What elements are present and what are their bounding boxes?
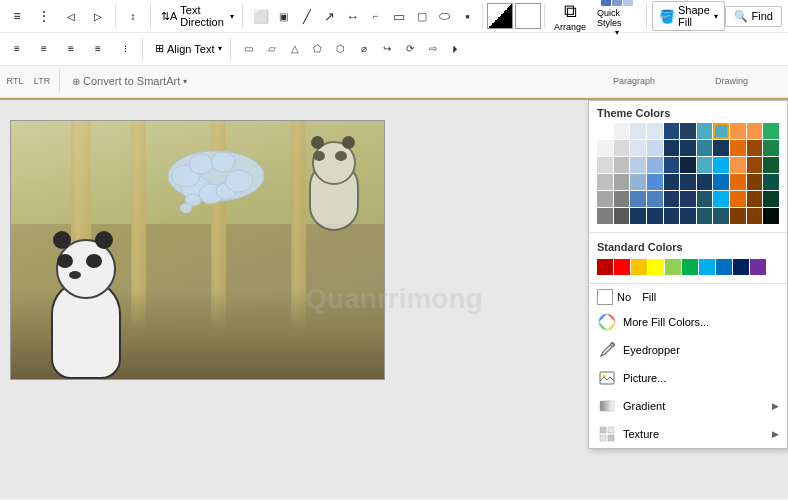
- shape-fill-btn[interactable]: 🪣 Shape Fill ▾: [652, 1, 725, 31]
- color-swatch[interactable]: [647, 140, 663, 156]
- color-swatch[interactable]: [763, 140, 779, 156]
- color-swatch[interactable]: [697, 157, 713, 173]
- color-swatch[interactable]: [713, 191, 729, 207]
- std-color-6[interactable]: [682, 259, 698, 275]
- color-swatch[interactable]: [730, 157, 746, 173]
- oval-btn[interactable]: ⬭: [434, 5, 456, 27]
- texture-item[interactable]: Texture ▶: [589, 420, 787, 448]
- text-box-btn[interactable]: ▣: [273, 5, 295, 27]
- color-swatch[interactable]: [664, 140, 680, 156]
- color-swatch[interactable]: [630, 123, 646, 139]
- color-swatch[interactable]: [680, 208, 696, 224]
- color-swatch[interactable]: [747, 123, 763, 139]
- color-swatch[interactable]: [647, 123, 663, 139]
- color-swatch[interactable]: [597, 123, 613, 139]
- color-swatch[interactable]: [597, 191, 613, 207]
- shape2-7[interactable]: ↪: [376, 38, 398, 60]
- color-swatch[interactable]: [614, 191, 630, 207]
- rounded-rect-btn[interactable]: ▢: [411, 5, 433, 27]
- rectangle-btn[interactable]: ▭: [388, 5, 410, 27]
- color-swatch[interactable]: [747, 191, 763, 207]
- convert-smartart-btn[interactable]: ⊕ Convert to SmartArt ▾: [67, 68, 192, 94]
- std-color-2[interactable]: [614, 259, 630, 275]
- color-swatch[interactable]: [730, 140, 746, 156]
- color-swatch[interactable]: [713, 208, 729, 224]
- color-swatch-selected[interactable]: [713, 123, 729, 139]
- color-swatch[interactable]: [763, 191, 779, 207]
- color-swatch[interactable]: [680, 123, 696, 139]
- color-swatch[interactable]: [597, 157, 613, 173]
- color-swatch[interactable]: [730, 191, 746, 207]
- color-swatch[interactable]: [630, 174, 646, 190]
- shape2-10[interactable]: ⏵: [445, 38, 467, 60]
- bullet-list-btn[interactable]: ≡: [4, 3, 30, 29]
- color-swatch[interactable]: [630, 157, 646, 173]
- align-text-btn[interactable]: ⊞ Align Text ▾: [150, 36, 227, 62]
- color-swatch[interactable]: [763, 208, 779, 224]
- color-swatch[interactable]: [664, 123, 680, 139]
- color-swatch[interactable]: [730, 208, 746, 224]
- shape2-2[interactable]: ▱: [261, 38, 283, 60]
- more-shapes-btn[interactable]: ▪: [457, 5, 479, 27]
- color-swatch[interactable]: [597, 140, 613, 156]
- shape2-6[interactable]: ⌀: [353, 38, 375, 60]
- color-swatch[interactable]: [664, 191, 680, 207]
- std-color-1[interactable]: [597, 259, 613, 275]
- color-swatch[interactable]: [680, 191, 696, 207]
- color-swatch[interactable]: [630, 191, 646, 207]
- rtl-btn[interactable]: RTL: [2, 68, 28, 94]
- std-color-8[interactable]: [716, 259, 732, 275]
- color-swatch[interactable]: [647, 157, 663, 173]
- std-color-5[interactable]: [665, 259, 681, 275]
- color-swatch[interactable]: [614, 123, 630, 139]
- color-swatch[interactable]: [630, 208, 646, 224]
- double-arrow-btn[interactable]: ↔: [342, 5, 364, 27]
- color-swatch[interactable]: [597, 208, 613, 224]
- color-swatch[interactable]: [664, 174, 680, 190]
- color-swatch[interactable]: [647, 174, 663, 190]
- color-swatch[interactable]: [614, 157, 630, 173]
- fill-color-preview[interactable]: [487, 3, 513, 29]
- color-swatch[interactable]: [747, 208, 763, 224]
- color-swatch[interactable]: [680, 157, 696, 173]
- color-swatch[interactable]: [680, 140, 696, 156]
- no-fill-item[interactable]: No Fill: [589, 286, 787, 308]
- std-color-10[interactable]: [750, 259, 766, 275]
- align-left-btn[interactable]: ≡: [4, 36, 30, 62]
- color-swatch[interactable]: [713, 174, 729, 190]
- shape2-3[interactable]: △: [284, 38, 306, 60]
- color-swatch[interactable]: [647, 191, 663, 207]
- find-btn[interactable]: 🔍 Find: [725, 6, 782, 27]
- select-btn[interactable]: ⬜: [250, 5, 272, 27]
- line-color-preview[interactable]: [515, 3, 541, 29]
- color-swatch[interactable]: [697, 191, 713, 207]
- cols-btn[interactable]: ⫶: [112, 36, 138, 62]
- color-swatch[interactable]: [614, 140, 630, 156]
- picture-item[interactable]: Picture...: [589, 364, 787, 392]
- color-swatch[interactable]: [763, 157, 779, 173]
- line-spacing-btn[interactable]: ↕: [120, 3, 146, 29]
- connector-btn[interactable]: ⌐: [365, 5, 387, 27]
- color-swatch[interactable]: [713, 140, 729, 156]
- color-swatch[interactable]: [697, 123, 713, 139]
- color-swatch[interactable]: [680, 174, 696, 190]
- std-color-4[interactable]: [648, 259, 664, 275]
- color-swatch[interactable]: [763, 174, 779, 190]
- shape2-8[interactable]: ⟳: [399, 38, 421, 60]
- color-swatch[interactable]: [697, 140, 713, 156]
- color-swatch[interactable]: [763, 123, 779, 139]
- indent-increase-btn[interactable]: ▷: [85, 3, 111, 29]
- color-swatch[interactable]: [747, 174, 763, 190]
- shape2-4[interactable]: ⬠: [307, 38, 329, 60]
- line-btn[interactable]: ╱: [296, 5, 318, 27]
- color-swatch[interactable]: [747, 157, 763, 173]
- color-swatch[interactable]: [647, 208, 663, 224]
- std-color-3[interactable]: [631, 259, 647, 275]
- color-swatch[interactable]: [630, 140, 646, 156]
- align-center-btn[interactable]: ≡: [31, 36, 57, 62]
- color-swatch[interactable]: [697, 174, 713, 190]
- color-swatch[interactable]: [664, 157, 680, 173]
- color-swatch[interactable]: [730, 123, 746, 139]
- std-color-9[interactable]: [733, 259, 749, 275]
- color-swatch[interactable]: [614, 208, 630, 224]
